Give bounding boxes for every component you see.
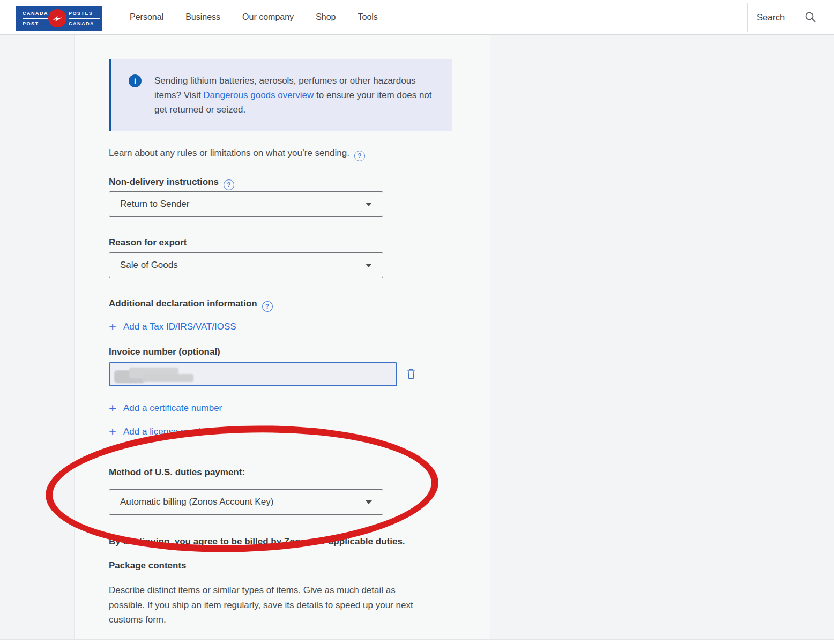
zonos-agreement-text: By continuing, you agree to be billed by… (109, 536, 405, 546)
panel-top-line (75, 39, 490, 39)
main-nav: Personal Business Our company Shop Tools (130, 0, 378, 34)
additional-declaration-row: Additional declaration information? (109, 298, 273, 312)
canada-post-logo[interactable]: CANADA POST POSTES CANADA (16, 6, 102, 31)
section-divider (109, 451, 452, 451)
info-icon: i (129, 74, 142, 87)
non-delivery-select[interactable]: Return to Sender (109, 191, 383, 217)
trash-icon (406, 368, 416, 380)
duties-payment-label: Method of U.S. duties payment: (109, 467, 245, 477)
add-certificate-label: Add a certificate number (123, 403, 222, 414)
package-contents-title: Package contents (109, 560, 187, 571)
logo-red-circle (48, 9, 66, 27)
duties-label-row: Method of U.S. duties payment: (109, 467, 245, 478)
reason-for-export-label: Reason for export (109, 237, 187, 248)
additional-declaration-help-icon[interactable]: ? (262, 301, 273, 312)
dangerous-goods-link[interactable]: Dangerous goods overview (203, 90, 314, 100)
non-delivery-help-icon[interactable]: ? (224, 179, 234, 190)
agree-row: By continuing, you agree to be billed by… (109, 536, 405, 547)
banner-text: Sending lithium batteries, aerosols, per… (154, 73, 440, 117)
duties-selected-value: Automatic billing (Zonos Account Key) (120, 497, 366, 507)
delete-invoice-button[interactable] (403, 366, 419, 382)
non-delivery-label: Non-delivery instructions (109, 177, 219, 187)
nav-item-our-company[interactable]: Our company (242, 12, 294, 22)
invoice-number-label: Invoice number (optional) (109, 347, 220, 357)
logo-right-text: POSTES CANADA (69, 6, 100, 31)
nav-item-tools[interactable]: Tools (358, 12, 378, 22)
header-divider (747, 3, 748, 32)
non-delivery-selected-value: Return to Sender (120, 199, 366, 209)
add-tax-id-label: Add a Tax ID/IRS/VAT/IOSS (123, 321, 236, 332)
duties-payment-select[interactable]: Automatic billing (Zonos Account Key) (109, 489, 383, 515)
reason-selected-value: Sale of Goods (120, 260, 366, 271)
logo-word-canada-fr: CANADA (69, 20, 100, 27)
additional-declaration-label: Additional declaration information (109, 298, 257, 309)
invoice-number-input[interactable] (109, 362, 397, 386)
reason-label-row: Reason for export (109, 237, 187, 248)
add-tax-id-link[interactable]: + Add a Tax ID/IRS/VAT/IOSS (109, 321, 236, 332)
rules-limitations-row: Learn about any rules or limitations on … (109, 148, 365, 161)
rules-limitations-text: Learn about any rules or limitations on … (109, 148, 349, 158)
logo-word-postes: POSTES (69, 10, 100, 17)
info-banner: i Sending lithium batteries, aerosols, p… (109, 59, 452, 131)
site-header: CANADA POST POSTES CANADA Personal Busin… (0, 0, 834, 35)
nav-item-personal[interactable]: Personal (130, 12, 163, 22)
logo-word-post: POST (23, 20, 53, 27)
package-contents-description: Describe distinct items or similar types… (109, 583, 420, 627)
add-license-link[interactable]: + Add a license number (109, 426, 211, 437)
chevron-down-icon (366, 203, 372, 206)
search-button[interactable]: Search (753, 0, 821, 34)
add-license-label: Add a license number (123, 426, 211, 437)
reason-for-export-select[interactable]: Sale of Goods (109, 252, 383, 278)
logo-divider-line (69, 18, 100, 19)
rules-help-icon[interactable]: ? (354, 151, 365, 161)
non-delivery-label-row: Non-delivery instructions? (109, 177, 234, 190)
chevron-down-icon (366, 500, 372, 504)
plus-icon: + (109, 403, 116, 414)
bottom-strip (0, 640, 834, 644)
chevron-down-icon (366, 264, 372, 267)
search-label: Search (757, 12, 785, 23)
nav-item-business[interactable]: Business (185, 12, 220, 22)
nav-item-shop[interactable]: Shop (316, 12, 336, 22)
plus-icon: + (109, 321, 116, 332)
plus-icon: + (109, 426, 116, 437)
search-icon[interactable] (804, 11, 817, 24)
invoice-label-row: Invoice number (optional) (109, 347, 220, 357)
postal-wing-icon (52, 14, 63, 23)
package-contents-title-row: Package contents (109, 560, 187, 571)
redacted-invoice-value (114, 367, 200, 383)
add-certificate-link[interactable]: + Add a certificate number (109, 403, 222, 414)
